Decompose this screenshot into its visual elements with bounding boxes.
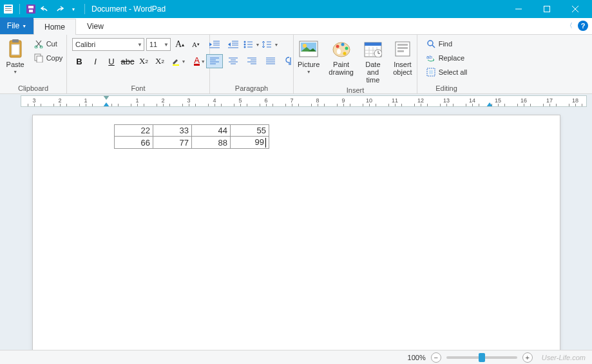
svg-point-58 xyxy=(345,47,348,50)
align-left-button[interactable] xyxy=(206,54,223,68)
file-tab-label: File xyxy=(7,21,19,30)
view-tab[interactable]: View xyxy=(76,18,115,34)
select-all-icon xyxy=(426,67,436,77)
svg-rect-72 xyxy=(397,44,408,46)
increase-indent-button[interactable] xyxy=(225,37,242,52)
svg-rect-2 xyxy=(5,8,12,9)
decrease-indent-button[interactable] xyxy=(206,37,223,52)
svg-rect-8 xyxy=(544,6,550,12)
svg-rect-79 xyxy=(429,70,433,74)
svg-rect-1 xyxy=(5,6,12,7)
paint-drawing-button[interactable]: Paint drawing xyxy=(326,37,356,77)
svg-point-60 xyxy=(337,49,341,54)
bullet-list-button[interactable]: ▼ xyxy=(243,37,260,52)
justify-button[interactable] xyxy=(262,54,279,68)
zoom-in-button[interactable]: + xyxy=(522,352,533,363)
paragraph-group: ▼ ▼ Paragraph xyxy=(210,35,294,93)
svg-rect-3 xyxy=(5,10,12,11)
insert-picture-button[interactable]: Picture▼ xyxy=(295,37,322,76)
title-bar: ▾ Document - WordPad xyxy=(0,0,592,18)
document-canvas[interactable]: 2233445566778899 xyxy=(0,108,592,350)
svg-point-28 xyxy=(243,44,245,46)
svg-rect-13 xyxy=(12,44,19,55)
object-icon xyxy=(392,39,413,59)
close-button[interactable] xyxy=(561,0,589,18)
date-time-button[interactable]: Date and time xyxy=(360,37,386,85)
document-page[interactable]: 2233445566778899 xyxy=(32,115,560,350)
chevron-down-icon: ▼ xyxy=(13,70,17,75)
home-tab[interactable]: Home xyxy=(33,19,76,35)
qat-dropdown-icon[interactable]: ▾ xyxy=(68,3,79,15)
paste-button[interactable]: Paste ▼ xyxy=(3,37,28,76)
table-cell[interactable]: 77 xyxy=(153,137,192,149)
cut-button[interactable]: Cut xyxy=(32,37,64,50)
table-cell[interactable]: 99 xyxy=(231,137,269,149)
chevron-down-icon: ▼ xyxy=(201,59,205,64)
replace-button[interactable]: ab Replace xyxy=(425,52,469,64)
table-cell[interactable]: 33 xyxy=(153,125,192,137)
font-group: Calibri▼ 11▼ A▴ A▾ B I U abc X2 X2 ▼ A xyxy=(67,35,210,93)
watermark-text: User-Life.com xyxy=(542,354,586,361)
highlight-color-button[interactable]: ▼ xyxy=(169,54,188,68)
zoom-percent: 100% xyxy=(408,354,426,361)
first-line-indent-marker[interactable] xyxy=(103,95,110,100)
table-row[interactable]: 66778899 xyxy=(115,137,269,149)
svg-point-57 xyxy=(341,43,344,46)
svg-rect-73 xyxy=(397,47,408,49)
grow-font-button[interactable]: A▴ xyxy=(173,37,187,52)
minimize-button[interactable] xyxy=(504,0,533,18)
maximize-button[interactable] xyxy=(533,0,561,18)
calendar-icon xyxy=(363,39,383,59)
shrink-font-button[interactable]: A▾ xyxy=(189,37,203,52)
bold-button[interactable]: B xyxy=(72,54,86,68)
redo-icon[interactable] xyxy=(53,3,65,15)
strikethrough-button[interactable]: abc xyxy=(120,54,135,68)
file-tab[interactable]: File ▼ xyxy=(0,17,33,34)
paste-icon xyxy=(5,39,26,59)
svg-rect-17 xyxy=(37,56,43,62)
line-spacing-button[interactable]: ▼ xyxy=(262,37,279,52)
collapse-ribbon-icon[interactable]: 〈 xyxy=(566,21,573,30)
font-size-combo[interactable]: 11▼ xyxy=(146,38,171,51)
underline-button[interactable]: U xyxy=(104,54,119,68)
svg-rect-6 xyxy=(29,10,33,12)
hanging-indent-marker[interactable] xyxy=(103,102,110,107)
chevron-down-icon: ▼ xyxy=(135,42,142,48)
svg-point-56 xyxy=(336,45,339,48)
window-title: Document - WordPad xyxy=(91,5,166,14)
zoom-out-button[interactable]: − xyxy=(431,352,441,363)
ribbon: Paste ▼ Cut Copy Clipboard xyxy=(0,35,592,94)
zoom-slider-thumb[interactable] xyxy=(479,353,485,362)
horizontal-ruler[interactable]: 321123456789101112131415161718 xyxy=(21,95,587,107)
table-cell[interactable]: 22 xyxy=(115,125,153,137)
ribbon-tabs: File ▼ Home View 〈 ? xyxy=(0,18,592,35)
copy-button[interactable]: Copy xyxy=(32,52,64,64)
find-button[interactable]: Find xyxy=(425,37,469,50)
undo-icon[interactable] xyxy=(39,3,51,15)
font-name-combo[interactable]: Calibri▼ xyxy=(72,38,144,51)
svg-point-59 xyxy=(343,52,346,55)
italic-button[interactable]: I xyxy=(88,54,102,68)
table-cell[interactable]: 44 xyxy=(192,125,231,137)
zoom-slider[interactable] xyxy=(446,356,517,359)
right-indent-marker[interactable] xyxy=(486,102,493,107)
table-cell[interactable]: 66 xyxy=(115,137,153,149)
save-icon[interactable] xyxy=(25,3,37,15)
align-right-button[interactable] xyxy=(243,54,260,68)
table-row[interactable]: 22334455 xyxy=(115,125,269,137)
help-icon[interactable]: ? xyxy=(578,21,588,31)
table-cell[interactable]: 88 xyxy=(192,137,231,149)
quick-access-toolbar: ▾ xyxy=(3,3,88,15)
insert-group: Picture▼ Paint drawing Date and time Ins… xyxy=(294,35,417,93)
select-all-button[interactable]: Select all xyxy=(425,66,469,79)
app-icon xyxy=(3,3,14,15)
align-center-button[interactable] xyxy=(225,54,242,68)
table-cell[interactable]: 55 xyxy=(231,125,269,137)
status-bar: 100% − + User-Life.com xyxy=(0,350,592,364)
editing-group: Find ab Replace Select all Editing xyxy=(417,35,475,93)
text-cursor xyxy=(265,138,266,148)
insert-object-button[interactable]: Insert object xyxy=(390,37,415,77)
superscript-button[interactable]: X2 xyxy=(153,54,167,68)
subscript-button[interactable]: X2 xyxy=(137,54,151,68)
document-table[interactable]: 2233445566778899 xyxy=(114,124,269,149)
